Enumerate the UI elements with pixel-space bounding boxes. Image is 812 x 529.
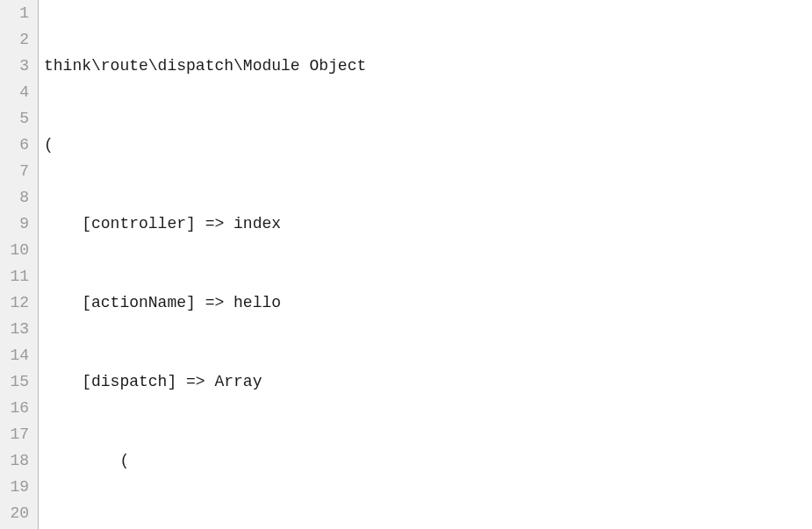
line-number: 4 <box>7 79 29 105</box>
code-area[interactable]: think\route\dispatch\Module Object ( [co… <box>39 0 812 529</box>
line-number: 9 <box>7 211 29 237</box>
line-number-gutter: 1 2 3 4 5 6 7 8 9 10 11 12 13 14 15 16 1… <box>0 0 39 529</box>
line-number: 14 <box>7 342 29 368</box>
line-number: 5 <box>7 105 29 132</box>
line-number: 12 <box>7 290 29 316</box>
code-line: [controller] => index <box>44 211 812 237</box>
line-number: 20 <box>7 500 29 526</box>
line-number: 8 <box>7 184 29 211</box>
line-number: 18 <box>7 447 29 474</box>
line-number: 17 <box>7 421 29 447</box>
code-line: ( <box>44 132 812 158</box>
line-number: 2 <box>7 26 29 53</box>
line-number: 16 <box>7 395 29 421</box>
code-line: think\route\dispatch\Module Object <box>44 53 812 79</box>
line-number: 19 <box>7 474 29 500</box>
line-number: 11 <box>7 263 29 290</box>
code-line: [dispatch] => Array <box>44 368 812 395</box>
code-line: [actionName] => hello <box>44 290 812 316</box>
line-number: 10 <box>7 237 29 263</box>
line-number: 7 <box>7 158 29 184</box>
line-number: 13 <box>7 316 29 342</box>
line-number: 3 <box>7 53 29 79</box>
line-number: 15 <box>7 368 29 395</box>
line-number: 6 <box>7 132 29 158</box>
code-line: ( <box>44 447 812 474</box>
line-number: 1 <box>7 0 29 26</box>
